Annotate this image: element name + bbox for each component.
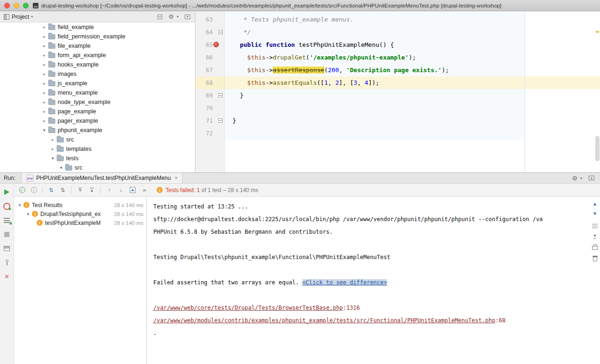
code-line-64[interactable]: */: [232, 26, 600, 38]
tree-item-form-api-example[interactable]: ▸form_api_example: [0, 51, 195, 60]
folder-icon: [57, 156, 64, 161]
fold-marker-icon[interactable]: [218, 30, 223, 34]
code-area[interactable]: * Tests phpunit_example menus. */ public…: [225, 11, 600, 172]
code-line-69[interactable]: }: [232, 89, 600, 102]
chevron-right-icon[interactable]: ▸: [41, 25, 47, 30]
tree-item-phpunit-src[interactable]: ▸src: [0, 135, 195, 144]
chevron-right-icon[interactable]: ▸: [41, 72, 47, 76]
editor[interactable]: 63 64 65 66 67 68 69 70 71 72 * Tests ph…: [195, 11, 600, 172]
close-tab-icon[interactable]: ×: [174, 175, 178, 181]
previous-failed-test-button[interactable]: ↑: [105, 186, 113, 194]
stop-button[interactable]: [3, 230, 11, 238]
hide-panel-icon[interactable]: [185, 15, 190, 19]
restore-layout-button[interactable]: [3, 244, 11, 253]
see-difference-link[interactable]: <Click to see difference>: [302, 279, 387, 286]
tree-item-field-permission-example[interactable]: ▸field_permission_example: [0, 32, 195, 41]
tree-item-node-type-example[interactable]: ▸node_type_example: [0, 97, 195, 107]
chevron-right-icon[interactable]: ▸: [50, 147, 56, 151]
folder-icon: [48, 53, 55, 58]
chevron-right-icon[interactable]: ▸: [41, 44, 47, 48]
chevron-down-icon[interactable]: ▾: [58, 165, 64, 170]
chevron-right-icon[interactable]: ▸: [41, 100, 47, 104]
code-line-68[interactable]: $this->assertEquals([1, 2], [3, 4]);: [232, 76, 600, 89]
file-link[interactable]: /var/www/web/core/tests/Drupal/Tests/Bro…: [153, 305, 343, 311]
test-console[interactable]: Testing started at 13:25 ... sftp://dock…: [147, 197, 600, 364]
code-line-65[interactable]: public function testPhpUnitExampleMenu()…: [232, 38, 600, 51]
project-panel-header[interactable]: Project ▾ ⚙ ▾: [0, 11, 195, 22]
next-failed-test-button[interactable]: ↓: [117, 186, 125, 194]
chevron-down-icon[interactable]: ▾: [31, 15, 33, 19]
chevron-down-icon[interactable]: ▾: [25, 212, 31, 216]
stacktrace-down-button[interactable]: ▼: [593, 211, 596, 216]
chevron-right-icon[interactable]: ▸: [41, 53, 47, 58]
code-line-71[interactable]: }: [232, 114, 600, 127]
code-line-67[interactable]: $this->assertResponse(200, 'Description …: [232, 64, 600, 76]
code-line-70[interactable]: [232, 102, 600, 114]
tree-item-label: templates: [66, 146, 91, 152]
toggle-auto-test-button[interactable]: [3, 216, 11, 224]
tree-item-tests-src[interactable]: ▾src: [0, 163, 195, 172]
tree-item-templates[interactable]: ▸templates: [0, 144, 195, 154]
minimize-window-button[interactable]: [14, 3, 19, 8]
print-icon[interactable]: [592, 246, 598, 250]
hide-panel-icon[interactable]: [589, 176, 594, 180]
code-line-72[interactable]: [232, 127, 600, 140]
chevron-right-icon[interactable]: ▸: [50, 137, 56, 142]
scroll-to-end-icon[interactable]: ▼: [593, 234, 596, 239]
fold-marker-icon[interactable]: [218, 119, 223, 123]
chevron-right-icon[interactable]: ▸: [41, 90, 47, 95]
chevron-right-icon[interactable]: ▸: [41, 119, 47, 123]
tree-item-pager-example[interactable]: ▸pager_example: [0, 116, 195, 126]
code-line-66[interactable]: $this->drupalGet('/examples/phpunit-exam…: [232, 51, 600, 64]
chevron-right-icon[interactable]: ▸: [41, 62, 47, 67]
stacktrace-up-button[interactable]: ▲: [593, 201, 596, 206]
import-test-results-button[interactable]: [128, 186, 137, 194]
chevron-down-icon[interactable]: ▾: [17, 203, 22, 208]
editor-scrollbar-thumb[interactable]: [595, 136, 600, 161]
close-window-button[interactable]: [4, 3, 10, 8]
stop-icon: [4, 232, 9, 237]
tree-item-js-example[interactable]: ▸js_example: [0, 79, 195, 88]
test-method-row[interactable]: ! testPhpUnitExampleM 28 s 140 ms: [14, 218, 146, 227]
tree-item-menu-example[interactable]: ▸menu_example: [0, 88, 195, 97]
run-tab-phpunit[interactable]: php PHPUnitExampleMenuTest.testPhpUnitEx…: [21, 173, 183, 183]
clear-console-icon[interactable]: [593, 257, 597, 261]
code-line-63[interactable]: * Tests phpunit_example menus.: [232, 13, 600, 26]
zoom-window-button[interactable]: [23, 3, 29, 8]
expand-all-button[interactable]: ▼: [76, 186, 84, 194]
chevron-down-icon[interactable]: ▾: [50, 156, 56, 161]
show-passed-button[interactable]: ✓: [18, 186, 26, 194]
tree-item-images[interactable]: ▸images: [0, 69, 195, 79]
tree-item-tests[interactable]: ▾tests: [0, 154, 195, 163]
run-settings-button[interactable]: ⚙ ▾: [572, 175, 582, 181]
tree-item-field-example[interactable]: ▸field_example: [0, 22, 195, 32]
show-ignored-button[interactable]: !: [30, 186, 38, 194]
test-results-root-row[interactable]: ▾ ! Test Results 28 s 140 ms: [14, 201, 146, 209]
collapse-all-icon[interactable]: [158, 15, 162, 19]
tree-item-file-example[interactable]: ▸file_example: [0, 41, 195, 51]
fold-marker-icon[interactable]: [218, 93, 223, 97]
sort-alphabetically-button[interactable]: ⇅: [47, 186, 55, 194]
tree-item-page-example[interactable]: ▸page_example: [0, 107, 195, 116]
chevron-down-icon[interactable]: ▾: [41, 128, 47, 133]
chevron-right-icon[interactable]: ▸: [41, 34, 47, 39]
test-failed-gutter-icon[interactable]: [213, 42, 219, 47]
collapse-all-button[interactable]: ▲: [88, 186, 96, 194]
soft-wrap-icon[interactable]: [592, 224, 598, 229]
close-run-panel-button[interactable]: ✕: [3, 272, 11, 281]
rerun-button[interactable]: [3, 188, 11, 196]
line-number: 72: [195, 127, 224, 140]
sort-by-duration-button[interactable]: ⇅: [59, 186, 67, 194]
chevron-right-icon[interactable]: ▸: [41, 81, 47, 86]
tree-item-label: src: [66, 136, 74, 143]
project-settings-button[interactable]: ⚙ ▾: [168, 14, 179, 20]
tree-item-phpunit-example[interactable]: ▾phpunit_example: [0, 126, 195, 135]
toolbar-overflow-button[interactable]: »: [140, 186, 149, 194]
test-class-row[interactable]: ▾ ! Drupal\Tests\phpunit_ex 28 s 140 ms: [14, 209, 146, 218]
pin-tab-button[interactable]: [3, 258, 11, 267]
tree-item-hooks-example[interactable]: ▸hooks_example: [0, 60, 195, 69]
rerun-failed-tests-button[interactable]: [3, 202, 11, 210]
chevron-right-icon[interactable]: ▸: [41, 109, 47, 114]
file-link[interactable]: /var/www/web/modules/contrib/examples/ph…: [153, 317, 495, 324]
warning-stripe-mark[interactable]: [596, 31, 599, 33]
